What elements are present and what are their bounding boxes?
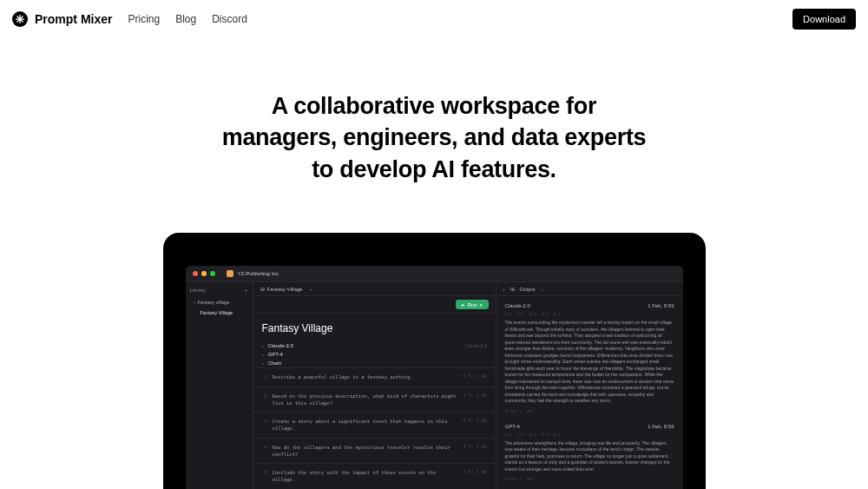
- hero-line-2: managers, engineers, and data experts: [222, 124, 647, 150]
- workspace-name[interactable]: YZ-Publishing Inc.: [238, 271, 280, 276]
- chevron-right-icon: ▸: [262, 361, 264, 366]
- nav-link-blog[interactable]: Blog: [175, 13, 196, 25]
- hero-line-1: A collaborative workspace for: [272, 93, 596, 119]
- output-meta: 1-52-53-54-55-5: [505, 312, 674, 316]
- minimize-icon[interactable]: [201, 271, 207, 276]
- page-title: Fantasy Village: [253, 314, 496, 341]
- output-card: Claude-2.0 1 Feb, 8:59 1-52-53-54-55-5 T…: [505, 303, 674, 413]
- app-window: YZ-Publishing Inc. ⌄ Library + ▾ Fantasy…: [186, 266, 683, 489]
- output-card: GPT-4 1 Feb, 8:59 1-52-53-54-55-5 The ad…: [505, 424, 674, 482]
- library-item-label: Fantasy village: [198, 300, 230, 305]
- chevron-down-icon[interactable]: ⌄: [284, 271, 287, 276]
- add-library-icon[interactable]: +: [245, 287, 248, 293]
- output-tab-label[interactable]: Output: [520, 287, 536, 292]
- chevron-down-icon: ▾: [194, 301, 195, 305]
- model-row[interactable]: ▸Claude-2.0 Claude-2.0: [253, 341, 496, 350]
- prompt-row[interactable]: 5Conclude the story with the impact of t…: [253, 463, 496, 489]
- prompt-row[interactable]: 3Create a story about a significant even…: [253, 412, 496, 438]
- prompt-row[interactable]: 2Based on the previous description, what…: [253, 387, 496, 413]
- prompt-meta: 5 T: 7.9k: [463, 418, 486, 433]
- nav-link-discord[interactable]: Discord: [212, 13, 247, 25]
- run-button[interactable]: ▸ Run ▾: [456, 300, 488, 309]
- tab-icon: ⊞: [260, 286, 265, 292]
- chevron-down-icon[interactable]: ▾: [480, 302, 483, 307]
- output-model: Claude-2.0: [505, 303, 530, 308]
- maximize-icon[interactable]: [210, 271, 215, 276]
- output-meta: 1-52-53-54-55-5: [505, 433, 674, 437]
- hero-line-3: to develop AI features.: [312, 156, 556, 182]
- tab-fantasy-village[interactable]: ⊞ Fantasy Village: [260, 286, 303, 292]
- download-button[interactable]: Download: [792, 9, 856, 30]
- output-text: The adventure strengthens the village, b…: [505, 440, 674, 473]
- chevron-down-icon[interactable]: ⌄: [541, 286, 545, 292]
- output-tab-icon: ⊞: [510, 286, 515, 292]
- logo-icon: [12, 11, 28, 27]
- library-item[interactable]: Fantasy Village: [190, 307, 248, 318]
- prompt-row[interactable]: 4How do the villagers and the mysterious…: [253, 438, 496, 464]
- titlebar: YZ-Publishing Inc. ⌄: [186, 266, 683, 282]
- output-model: GPT-4: [505, 424, 520, 429]
- prompt-meta: 5 T: 7.9k: [463, 373, 486, 380]
- main-panel: ⊞ Fantasy Village + ▸ Run ▾ Fantasy Vill…: [253, 282, 496, 489]
- output-time: 1 Feb, 8:59: [648, 424, 674, 429]
- app-screenshot-frame: YZ-Publishing Inc. ⌄ Library + ▾ Fantasy…: [163, 233, 706, 489]
- hero-heading: A collaborative workspace for managers, …: [0, 90, 868, 185]
- chevron-right-icon: ▸: [262, 353, 264, 357]
- brand-name: Prompt Mixer: [35, 12, 112, 26]
- library-label: Library: [190, 287, 206, 293]
- library-item-label: Fantasy Village: [201, 310, 233, 315]
- prompt-meta: 5 T: 7.9k: [463, 444, 486, 459]
- chevron-right-icon: ▸: [262, 344, 264, 348]
- brand[interactable]: Prompt Mixer: [12, 11, 112, 27]
- library-item[interactable]: ▾ Fantasy village: [190, 297, 248, 307]
- prompt-row[interactable]: 1Describe a peaceful village in a fantas…: [253, 367, 496, 386]
- nav-link-pricing[interactable]: Pricing: [128, 13, 160, 25]
- add-tab-icon[interactable]: +: [309, 287, 312, 292]
- sidebar: Library + ▾ Fantasy village Fantasy Vill…: [186, 282, 253, 489]
- output-footer: 9.71s T: 399: [505, 477, 674, 481]
- workspace-icon: [227, 270, 233, 277]
- output-panel: ‹ ⊞ Output ⌄ Claude-2.0 1 Feb, 8:59 1-52…: [496, 282, 683, 489]
- output-text: The events surrounding the mysterious tr…: [505, 320, 674, 405]
- output-footer: 9.71s T: 399: [505, 409, 674, 413]
- play-icon: ▸: [462, 301, 464, 307]
- prompt-meta: 5 T: 7.9k: [463, 469, 486, 484]
- run-label: Run: [467, 302, 477, 307]
- output-collapse-icon[interactable]: ‹: [503, 287, 505, 292]
- model-row[interactable]: ▸Chain: [253, 359, 496, 367]
- traffic-lights[interactable]: [193, 271, 215, 276]
- prompt-meta: 5 T: 7.9k: [463, 393, 486, 407]
- tab-label: Fantasy Village: [267, 287, 303, 292]
- close-icon[interactable]: [193, 271, 198, 276]
- model-row[interactable]: ▸GPT-4: [253, 350, 496, 359]
- output-time: 1 Feb, 8:59: [648, 303, 674, 308]
